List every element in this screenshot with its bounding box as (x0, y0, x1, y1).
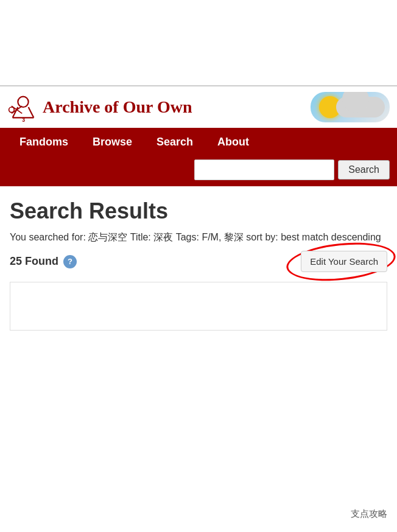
ao3-logo-icon: 3 (7, 91, 39, 123)
nav-items: Fandoms Browse Search About (7, 128, 390, 156)
search-input[interactable] (194, 159, 334, 180)
svg-point-0 (18, 97, 28, 107)
svg-line-2 (29, 107, 34, 117)
svg-text:3: 3 (22, 117, 25, 123)
nav-item-search[interactable]: Search (144, 128, 205, 156)
nav-item-about[interactable]: About (205, 128, 261, 156)
cloud-icon (336, 97, 385, 117)
logo-area: 3 Archive of Our Own (7, 91, 304, 123)
search-bar-row: Search (0, 156, 397, 186)
top-spacer (0, 0, 397, 85)
results-count: 25 Found (10, 255, 58, 268)
results-count-row: 25 Found ? Edit Your Search (10, 251, 387, 272)
site-title: Archive of Our Own (43, 97, 192, 117)
header-search-button[interactable]: Search (338, 160, 390, 180)
help-icon[interactable]: ? (63, 255, 77, 268)
svg-point-6 (9, 107, 15, 113)
edit-search-button[interactable]: Edit Your Search (301, 251, 387, 272)
weather-widget (311, 92, 390, 122)
search-description: You searched for: 恋与深空 Title: 深夜 Tags: F… (10, 230, 387, 245)
page-title: Search Results (10, 198, 387, 224)
edit-search-wrapper: Edit Your Search (301, 251, 387, 272)
nav-bar: Fandoms Browse Search About (0, 128, 397, 156)
results-count-left: 25 Found ? (10, 255, 77, 268)
main-content: Search Results You searched for: 恋与深空 Ti… (0, 186, 397, 343)
site-header: 3 Archive of Our Own (0, 85, 397, 128)
nav-item-browse[interactable]: Browse (80, 128, 144, 156)
nav-item-fandoms[interactable]: Fandoms (7, 128, 80, 156)
footer-watermark: 支点攻略 (351, 508, 387, 520)
results-list-box (10, 282, 387, 331)
